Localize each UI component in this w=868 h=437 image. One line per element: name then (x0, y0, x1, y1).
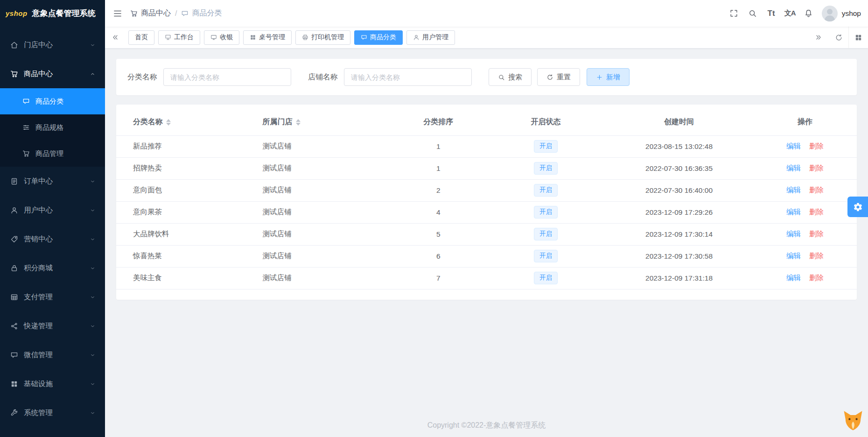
sidebar-submenu: 商品分类商品规格商品管理 (0, 88, 105, 167)
payment-icon (10, 293, 18, 301)
search-button[interactable]: 搜索 (489, 68, 532, 86)
fullscreen-icon[interactable] (725, 4, 743, 23)
cell-status: 开启 (486, 245, 605, 267)
cell-created: 2023-12-09 17:29:26 (605, 201, 753, 223)
sidebar-item-label: 用户中心 (24, 205, 53, 215)
tags-scroll-left-icon[interactable] (105, 27, 126, 48)
sidebar-item-user-center[interactable]: 用户中心 (0, 196, 105, 225)
edit-link[interactable]: 编辑 (786, 186, 801, 194)
status-badge: 开启 (534, 140, 558, 153)
cell-store: 测试店铺 (257, 179, 391, 201)
refresh-icon[interactable] (829, 27, 848, 48)
sidebar-item-points-mall[interactable]: 积分商城 (0, 254, 105, 282)
delete-link[interactable]: 删除 (809, 208, 824, 216)
delete-link[interactable]: 删除 (809, 164, 824, 172)
tags-bar: 首页工作台收银桌号管理打印机管理商品分类用户管理 (105, 27, 868, 49)
delete-link[interactable]: 删除 (809, 186, 824, 194)
tag-table-manage[interactable]: 桌号管理 (243, 30, 292, 45)
sidebar-item-system-manage[interactable]: 系统管理 (0, 398, 105, 427)
plus-icon (596, 74, 603, 81)
sidebar-subitem-product-spec[interactable]: 商品规格 (0, 114, 105, 141)
delete-link[interactable]: 删除 (809, 252, 824, 260)
cell-category-name: 惊喜热菜 (116, 245, 257, 267)
column-header[interactable]: 分类名称 (116, 109, 257, 135)
chevron-down-icon (90, 294, 96, 300)
edit-link[interactable]: 编辑 (786, 274, 801, 282)
sidebar-item-order-center[interactable]: 订单中心 (0, 167, 105, 196)
font-size-icon[interactable]: Tt (762, 4, 781, 23)
tag-label: 桌号管理 (259, 33, 285, 42)
cell-created: 2023-12-09 17:30:58 (605, 245, 753, 267)
edit-link[interactable]: 编辑 (786, 230, 801, 238)
tag-workbench[interactable]: 工作台 (158, 30, 200, 45)
logo-mark: yshop (6, 9, 28, 17)
comment-icon (361, 34, 367, 41)
sidebar-item-product-center[interactable]: 商品中心 (0, 59, 105, 88)
sidebar-subitem-product-category[interactable]: 商品分类 (0, 88, 105, 114)
category-name-input[interactable] (163, 68, 291, 86)
logo[interactable]: yshop 意象点餐管理系统 (0, 0, 105, 27)
sidebar-item-wechat-manage[interactable]: 微信管理 (0, 340, 105, 369)
sidebar-item-marketing-center[interactable]: 营销中心 (0, 225, 105, 254)
tag-printer-manage[interactable]: 打印机管理 (295, 30, 350, 45)
table-row: 意向面包测试店铺2开启2022-07-30 16:40:00编辑删除 (116, 179, 857, 201)
tag-user-manage[interactable]: 用户管理 (406, 30, 455, 45)
cell-sort: 7 (390, 267, 486, 289)
sidebar-menu: 门店中心商品中心商品分类商品规格商品管理订单中心用户中心营销中心积分商城支付管理… (0, 27, 105, 427)
edit-link[interactable]: 编辑 (786, 252, 801, 260)
hamburger-icon[interactable] (105, 0, 130, 27)
search-icon (498, 74, 505, 81)
sliders-icon (22, 124, 30, 131)
sort-caret-icon[interactable] (166, 119, 171, 126)
tags-options-icon[interactable] (848, 27, 868, 48)
table-header-row: 分类名称所属门店分类排序开启状态创建时间操作 (116, 109, 857, 135)
sidebar-item-store-center[interactable]: 门店中心 (0, 30, 105, 59)
reset-button[interactable]: 重置 (537, 68, 580, 86)
sidebar-subitem-product-manage[interactable]: 商品管理 (0, 141, 105, 167)
tag-home[interactable]: 首页 (128, 30, 154, 45)
tags-scroll-right-icon[interactable] (808, 27, 829, 48)
refresh-icon (546, 74, 553, 81)
wrench-icon (10, 409, 18, 417)
cell-store: 测试店铺 (257, 245, 391, 267)
status-badge: 开启 (534, 272, 558, 284)
sidebar-item-payment-manage[interactable]: 支付管理 (0, 282, 105, 311)
delete-link[interactable]: 删除 (809, 230, 824, 238)
mascot-fox-icon[interactable] (841, 409, 865, 433)
comment-icon (10, 351, 18, 359)
cell-sort: 5 (390, 223, 486, 245)
column-header-label: 所属门店 (263, 118, 293, 126)
cell-status: 开启 (486, 267, 605, 289)
sidebar-item-express-manage[interactable]: 快递管理 (0, 311, 105, 340)
grid-icon (250, 34, 256, 41)
edit-link[interactable]: 编辑 (786, 142, 801, 150)
cell-category-name: 招牌热卖 (116, 157, 257, 179)
tag-cashier[interactable]: 收银 (204, 30, 239, 45)
settings-fab[interactable] (847, 197, 868, 217)
search-icon[interactable] (743, 4, 762, 23)
avatar[interactable] (822, 6, 838, 21)
edit-link[interactable]: 编辑 (786, 164, 801, 172)
delete-link[interactable]: 删除 (809, 274, 824, 282)
tag-label: 首页 (135, 33, 148, 42)
username[interactable]: yshop (842, 9, 861, 18)
sidebar-item-infrastructure[interactable]: 基础设施 (0, 369, 105, 398)
column-header-label: 开启状态 (531, 118, 560, 126)
status-badge: 开启 (534, 228, 558, 240)
column-header[interactable]: 所属门店 (257, 109, 391, 135)
translate-icon[interactable]: 文A (781, 4, 799, 23)
user-icon (10, 206, 18, 214)
cell-created: 2023-12-09 17:30:14 (605, 223, 753, 245)
edit-link[interactable]: 编辑 (786, 208, 801, 216)
cell-actions: 编辑删除 (753, 157, 857, 179)
status-badge: 开启 (534, 184, 558, 197)
shop-name-input[interactable] (344, 68, 472, 86)
column-header-label: 分类排序 (423, 118, 453, 126)
sort-caret-icon[interactable] (296, 119, 301, 126)
breadcrumb-item-product-center[interactable]: 商品中心 (130, 8, 171, 18)
cell-status: 开启 (486, 135, 605, 157)
delete-link[interactable]: 删除 (809, 142, 824, 150)
bell-icon[interactable] (799, 4, 818, 23)
add-button[interactable]: 新增 (587, 68, 630, 86)
tag-product-category[interactable]: 商品分类 (354, 30, 403, 45)
